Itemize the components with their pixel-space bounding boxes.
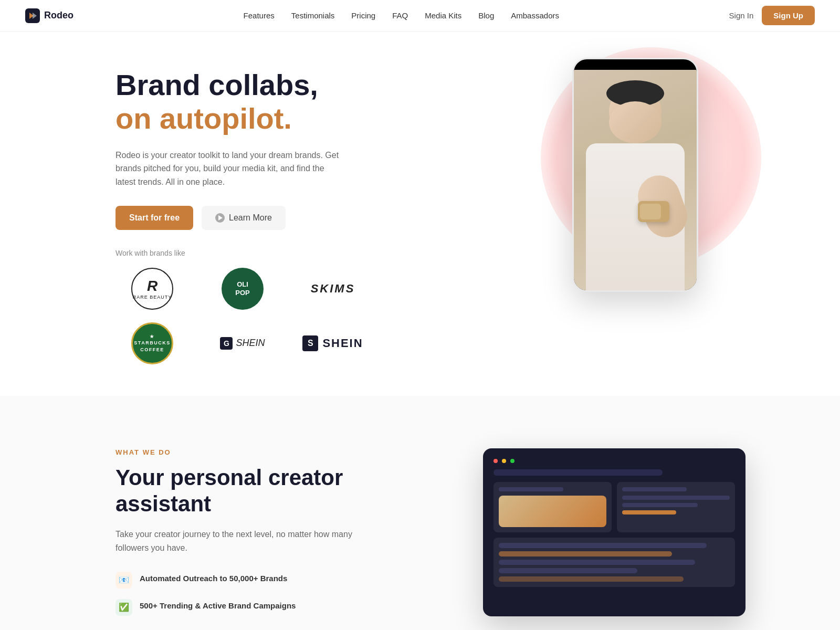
feature-outreach: 📧 Automated Outreach to 50,000+ Brands [116,572,378,589]
sign-up-button[interactable]: Sign Up [762,6,815,25]
feature-campaigns-icon: ✅ [116,599,132,616]
brand-rare-beauty: R Rare Beauty [116,268,189,310]
logo-icon [25,8,40,23]
nav-link-media-kits[interactable]: Media Kits [425,11,461,20]
hero-title: Brand collabs, on autopilot. [116,68,370,136]
nav-link-blog[interactable]: Blog [478,11,494,20]
play-icon [215,213,225,223]
what-we-do-section: WHAT WE DO Your personal creator assista… [0,396,840,630]
feature-campaigns-text: 500+ Trending & Active Brand Campaigns [140,599,296,610]
section-label: WHAT WE DO [116,448,378,456]
nav-link-faq[interactable]: FAQ [392,11,408,20]
hero-right [525,58,746,292]
navbar: Rodeo Features Testimonials Pricing FAQ … [0,0,840,32]
nav-links: Features Testimonials Pricing FAQ Media … [244,11,559,20]
brand-skims: SKIMS [296,268,370,310]
brands-label: Work with brands like [116,249,370,257]
brand-olipop: OLIPOP [206,268,279,310]
brands-grid: R Rare Beauty OLIPOP SKIMS [116,268,370,364]
nav-link-pricing[interactable]: Pricing [351,11,375,20]
nav-link-testimonials[interactable]: Testimonials [291,11,335,20]
nav-actions: Sign In Sign Up [729,6,815,25]
brand-glossier: G SHEIN [206,322,279,364]
feature-campaigns: ✅ 500+ Trending & Active Brand Campaigns [116,599,378,616]
brand-starbucks: ★STARBUCKSCOFFEE [116,322,189,364]
logo[interactable]: Rodeo [25,8,74,23]
hero-phone-mockup [572,58,698,292]
dashboard-mockup [483,448,746,616]
phone-screen [574,70,697,290]
section2-right [483,448,746,616]
start-free-button[interactable]: Start for free [116,206,193,230]
hero-left: Brand collabs, on autopilot. Rodeo is yo… [116,68,370,364]
section-title: Your personal creator assistant [116,465,378,518]
nav-link-ambassadors[interactable]: Ambassadors [511,11,559,20]
nav-link-features[interactable]: Features [244,11,275,20]
learn-more-button[interactable]: Learn More [202,206,286,230]
sign-in-link[interactable]: Sign In [729,11,754,20]
section2-left: WHAT WE DO Your personal creator assista… [116,448,378,626]
hero-section: Brand collabs, on autopilot. Rodeo is yo… [0,32,840,396]
section-description: Take your creator journey to the next le… [116,528,378,554]
phone-notch [614,59,656,70]
hero-description: Rodeo is your creator toolkit to land yo… [116,149,346,189]
feature-outreach-text: Automated Outreach to 50,000+ Brands [140,572,287,583]
feature-outreach-icon: 📧 [116,572,132,589]
hero-buttons: Start for free Learn More [116,206,370,230]
brand-shein: S SHEIN [296,322,370,364]
